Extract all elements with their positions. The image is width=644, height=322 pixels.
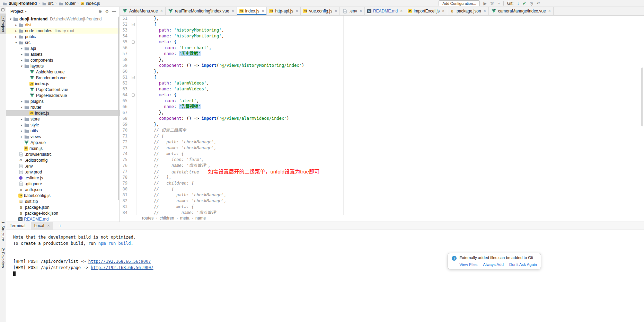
editor-tab-index.js[interactable]: JSindex.js× (237, 7, 267, 15)
close-icon[interactable]: × (160, 9, 163, 14)
editor-tab-.env[interactable]: .env× (340, 7, 365, 15)
editor-tab-importexcel.js[interactable]: JSimportExcel.js× (405, 7, 447, 15)
close-icon[interactable]: × (47, 223, 50, 228)
build-icon[interactable]: ⚒ (490, 1, 494, 6)
breadcrumb-item[interactable]: duoji-frontend (2, 1, 37, 6)
project-view-selector[interactable]: Project ▾ (10, 9, 27, 14)
code-line[interactable]: 83 // meta: { (120, 204, 644, 210)
chevron-right-icon[interactable]: ▸ (19, 117, 24, 121)
code-line[interactable]: 51 }, (120, 16, 644, 21)
tree-item-pagecontent.vue[interactable]: PageContent.vue (6, 87, 120, 92)
tree-item-index.js[interactable]: JSindex.js (6, 81, 120, 87)
tree-item-.editorconfig[interactable]: ⚙.editorconfig (6, 157, 120, 163)
tree-item-.env.prod[interactable]: .env.prod (6, 169, 120, 175)
tree-item-router[interactable]: ▾router (6, 104, 120, 110)
chevron-right-icon[interactable]: ▸ (19, 129, 24, 133)
history-icon[interactable]: ◷ (529, 1, 533, 6)
code-line[interactable]: 71 // { (120, 133, 644, 139)
chevron-right-icon[interactable]: ▸ (19, 123, 24, 127)
chevron-down-icon[interactable]: ▾ (19, 64, 24, 68)
locate-file-icon[interactable]: ⊕ (98, 9, 102, 14)
add-configuration-button[interactable]: Add Configuration... (439, 0, 480, 6)
tool-windows-icon[interactable] (1, 8, 5, 11)
chevron-down-icon[interactable]: ▾ (8, 17, 13, 21)
tree-item-asidemenu.vue[interactable]: AsideMenu.vue (6, 69, 120, 75)
tree-item-.env[interactable]: .env (6, 163, 120, 169)
rollback-icon[interactable]: ↶ (537, 1, 540, 6)
editor-tab-vue.config.js[interactable]: JSvue.config.js× (301, 7, 340, 15)
tree-item-utils[interactable]: ▸utils (6, 128, 120, 134)
view-files-link[interactable]: View Files (459, 262, 477, 267)
code-line[interactable]: 84 // name: '盘点管理' (120, 210, 644, 215)
close-icon[interactable]: × (335, 9, 337, 14)
close-icon[interactable]: × (262, 9, 264, 14)
terminal-link[interactable]: http://192.168.66.56:9007 (88, 259, 151, 264)
code-line[interactable]: 52- { (120, 21, 644, 27)
chevron-right-icon[interactable]: ▸ (14, 35, 18, 38)
tree-item-app.vue[interactable]: App.vue (6, 140, 120, 145)
editor-tab-readme.md[interactable]: MREADME.md× (365, 7, 405, 15)
tree-item-src[interactable]: ▾src (6, 39, 120, 45)
close-icon[interactable]: × (548, 9, 551, 14)
tree-item-dist.zip[interactable]: ▤dist.zip (6, 198, 120, 204)
always-add-link[interactable]: Always Add (483, 262, 503, 267)
code-line[interactable]: 60 }, (120, 69, 644, 74)
code-line[interactable]: 66 name: '告警视频' (120, 104, 644, 110)
code-line[interactable]: 63 name: 'alarmVideos', (120, 86, 644, 92)
tree-item-index.js[interactable]: JSindex.js (6, 110, 120, 116)
chevron-down-icon[interactable]: ▾ (14, 41, 18, 44)
code-line[interactable]: 59 component: () => import('@/views/hist… (120, 63, 644, 69)
tree-item-dist[interactable]: ▸dist (6, 22, 120, 28)
code-line[interactable]: 68 component: () => import('@/views/alar… (120, 116, 644, 122)
fold-icon[interactable]: - (132, 41, 135, 44)
run-icon[interactable]: ▶ (483, 1, 486, 6)
fold-icon[interactable]: - (132, 76, 135, 79)
tree-item-assets[interactable]: ▸assets (6, 51, 120, 57)
code-line[interactable]: 53 path: 'historyMonitoring', (120, 27, 644, 33)
hide-panel-icon[interactable]: — (112, 9, 116, 14)
tree-item-style[interactable]: ▸style (6, 122, 120, 128)
code-editor[interactable]: 51 },52- {53 path: 'historyMonitoring',5… (120, 16, 644, 215)
code-line[interactable]: 58 }, (120, 57, 644, 63)
close-icon[interactable]: × (400, 9, 403, 14)
breadcrumb-item[interactable]: children (160, 216, 174, 221)
tree-item-main.js[interactable]: JSmain.js (6, 145, 120, 151)
code-line[interactable]: 67 }, (120, 110, 644, 116)
code-line[interactable]: 75 // icon: 'form', (120, 157, 644, 163)
breadcrumb-item[interactable]: routes (142, 216, 153, 221)
chevron-right-icon[interactable]: ▸ (19, 100, 24, 103)
git-update-icon[interactable]: ↓ (517, 1, 519, 6)
editor-tab-asidemenu.vue[interactable]: AsideMenu.vue× (120, 7, 166, 15)
code-line[interactable]: 61- { (120, 74, 644, 80)
scrollbar-thumb[interactable] (641, 68, 643, 126)
code-line[interactable]: 74 // meta: { (120, 151, 644, 157)
tree-item-.eslintrc.js[interactable]: .eslintrc.js (6, 175, 120, 181)
tree-item-node_modules[interactable]: ▸node_moduleslibrary root (6, 28, 120, 34)
dont-ask-again-link[interactable]: Don't Ask Again (509, 262, 537, 267)
code-line[interactable]: 73 // name: 'checkManage', (120, 145, 644, 151)
code-line[interactable]: 72 // path: 'checkManage', (120, 139, 644, 145)
close-icon[interactable]: × (442, 9, 444, 14)
tree-item-api[interactable]: ▸api (6, 45, 120, 51)
tool-button-favorites[interactable]: 2: Favorites (0, 245, 6, 270)
code-line[interactable]: 54 name: 'historyMonitoring', (120, 33, 644, 39)
breadcrumb-item[interactable]: router (58, 1, 76, 6)
tree-item-readme.md[interactable]: MREADME.md (6, 216, 120, 222)
tool-button-structure[interactable]: 1: Structure (0, 219, 6, 243)
tool-button-project[interactable]: 1: Project (0, 14, 6, 34)
code-line[interactable]: 70 // 设置二级菜单 (120, 127, 644, 133)
code-line[interactable]: 77 // unfold:true如需设置展开的二级菜单，unfold设置为tr… (120, 169, 644, 175)
chevron-right-icon[interactable]: ▸ (19, 135, 24, 138)
code-line[interactable]: 55- meta: { (120, 39, 644, 45)
breadcrumb-item[interactable]: meta (180, 216, 189, 221)
gear-icon[interactable]: ⚙ (105, 9, 109, 14)
code-line[interactable]: 57 name: '历史数据' (120, 51, 644, 57)
breadcrumb-item[interactable]: JSindex.js (80, 1, 100, 6)
fold-icon[interactable]: - (132, 23, 135, 26)
tree-item-components[interactable]: ▸components (6, 57, 120, 63)
tree-item-breadcrumb.vue[interactable]: Breadcrumb.vue (6, 75, 120, 81)
code-line[interactable]: 81 // path: 'checkManage', (120, 192, 644, 198)
code-line[interactable]: 82 // name: 'checkManage', (120, 198, 644, 204)
scrollbar[interactable] (118, 17, 119, 200)
tree-item-package.json[interactable]: {}package.json (6, 204, 120, 210)
